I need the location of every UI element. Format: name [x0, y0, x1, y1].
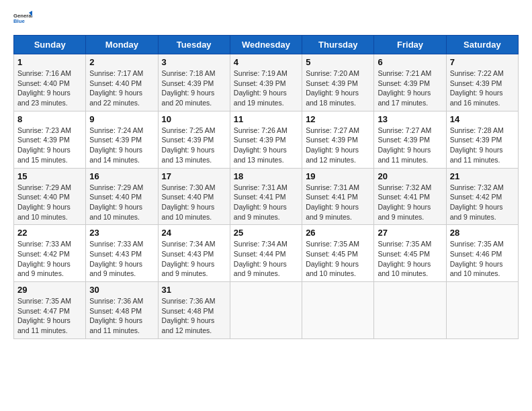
calendar-week-row: 29 Sunrise: 7:35 AM Sunset: 4:47 PM Dayl… [14, 282, 519, 339]
svg-text:General: General [13, 13, 32, 19]
daylight-label: Daylight: 9 hours and 10 minutes. [162, 203, 215, 221]
day-number: 2 [89, 57, 154, 67]
calendar-cell: 17 Sunrise: 7:30 AM Sunset: 4:40 PM Dayl… [158, 168, 230, 225]
daylight-label: Daylight: 9 hours and 20 minutes. [162, 89, 215, 107]
sunset-label: Sunset: 4:39 PM [162, 79, 214, 87]
sunset-label: Sunset: 4:40 PM [89, 79, 142, 87]
daylight-label: Daylight: 9 hours and 9 minutes. [234, 260, 287, 278]
daylight-label: Daylight: 9 hours and 12 minutes. [162, 316, 215, 334]
sunrise-label: Sunrise: 7:16 AM [17, 69, 71, 77]
day-info: Sunrise: 7:35 AM Sunset: 4:45 PM Dayligh… [378, 239, 442, 279]
sunset-label: Sunset: 4:40 PM [162, 193, 214, 201]
day-info: Sunrise: 7:33 AM Sunset: 4:42 PM Dayligh… [17, 239, 82, 279]
logo: General Blue [13, 11, 32, 30]
sunrise-label: Sunrise: 7:33 AM [89, 240, 143, 248]
sunrise-label: Sunrise: 7:31 AM [234, 183, 287, 191]
weekday-header-row: SundayMondayTuesdayWednesdayThursdayFrid… [14, 36, 519, 54]
sunset-label: Sunset: 4:45 PM [306, 250, 358, 258]
day-number: 20 [378, 171, 442, 181]
weekday-header-sunday: Sunday [14, 36, 86, 54]
day-number: 28 [450, 228, 515, 238]
sunrise-label: Sunrise: 7:31 AM [306, 183, 359, 191]
calendar-cell: 29 Sunrise: 7:35 AM Sunset: 4:47 PM Dayl… [14, 282, 86, 339]
sunset-label: Sunset: 4:48 PM [162, 307, 214, 315]
calendar-cell: 8 Sunrise: 7:23 AM Sunset: 4:39 PM Dayli… [14, 111, 86, 168]
day-number: 11 [234, 114, 298, 124]
sunrise-label: Sunrise: 7:28 AM [450, 126, 504, 134]
page-header: General Blue [13, 11, 519, 30]
sunrise-label: Sunrise: 7:25 AM [162, 126, 216, 134]
calendar-week-row: 1 Sunrise: 7:16 AM Sunset: 4:40 PM Dayli… [14, 54, 519, 111]
day-number: 12 [306, 114, 370, 124]
day-number: 31 [162, 285, 226, 295]
calendar-cell: 1 Sunrise: 7:16 AM Sunset: 4:40 PM Dayli… [14, 54, 86, 111]
day-number: 13 [378, 114, 442, 124]
calendar-cell: 5 Sunrise: 7:20 AM Sunset: 4:39 PM Dayli… [302, 54, 374, 111]
sunset-label: Sunset: 4:39 PM [234, 136, 286, 144]
day-number: 14 [450, 114, 515, 124]
day-info: Sunrise: 7:17 AM Sunset: 4:40 PM Dayligh… [89, 68, 154, 108]
calendar-week-row: 15 Sunrise: 7:29 AM Sunset: 4:40 PM Dayl… [14, 168, 519, 225]
daylight-label: Daylight: 9 hours and 11 minutes. [17, 316, 71, 334]
day-info: Sunrise: 7:27 AM Sunset: 4:39 PM Dayligh… [378, 126, 442, 165]
sunset-label: Sunset: 4:39 PM [306, 136, 358, 144]
sunrise-label: Sunrise: 7:35 AM [306, 240, 359, 248]
calendar-cell: 25 Sunrise: 7:34 AM Sunset: 4:44 PM Dayl… [230, 225, 302, 282]
day-number: 18 [234, 171, 298, 181]
day-info: Sunrise: 7:34 AM Sunset: 4:43 PM Dayligh… [162, 239, 226, 279]
calendar-cell: 24 Sunrise: 7:34 AM Sunset: 4:43 PM Dayl… [158, 225, 230, 282]
sunset-label: Sunset: 4:39 PM [162, 136, 214, 144]
day-number: 24 [162, 228, 226, 238]
calendar-cell [446, 282, 518, 339]
sunset-label: Sunset: 4:41 PM [378, 193, 430, 201]
day-info: Sunrise: 7:20 AM Sunset: 4:39 PM Dayligh… [306, 68, 370, 108]
day-info: Sunrise: 7:23 AM Sunset: 4:39 PM Dayligh… [17, 126, 82, 165]
sunset-label: Sunset: 4:46 PM [450, 250, 502, 258]
calendar-cell: 18 Sunrise: 7:31 AM Sunset: 4:41 PM Dayl… [230, 168, 302, 225]
calendar-cell: 22 Sunrise: 7:33 AM Sunset: 4:42 PM Dayl… [14, 225, 86, 282]
sunrise-label: Sunrise: 7:36 AM [89, 297, 143, 305]
day-info: Sunrise: 7:27 AM Sunset: 4:39 PM Dayligh… [306, 126, 370, 165]
day-number: 25 [234, 228, 298, 238]
sunrise-label: Sunrise: 7:19 AM [234, 69, 287, 77]
day-info: Sunrise: 7:32 AM Sunset: 4:42 PM Dayligh… [450, 183, 515, 222]
calendar-cell [230, 282, 302, 339]
sunset-label: Sunset: 4:48 PM [89, 307, 142, 315]
day-number: 15 [17, 171, 82, 181]
sunrise-label: Sunrise: 7:32 AM [378, 183, 431, 191]
day-info: Sunrise: 7:32 AM Sunset: 4:41 PM Dayligh… [378, 183, 442, 222]
day-info: Sunrise: 7:16 AM Sunset: 4:40 PM Dayligh… [17, 68, 82, 108]
day-info: Sunrise: 7:31 AM Sunset: 4:41 PM Dayligh… [234, 183, 298, 222]
sunset-label: Sunset: 4:43 PM [89, 250, 142, 258]
sunrise-label: Sunrise: 7:35 AM [17, 297, 71, 305]
sunset-label: Sunset: 4:47 PM [17, 307, 70, 315]
calendar-cell: 26 Sunrise: 7:35 AM Sunset: 4:45 PM Dayl… [302, 225, 374, 282]
sunset-label: Sunset: 4:40 PM [89, 193, 142, 201]
daylight-label: Daylight: 9 hours and 17 minutes. [378, 89, 431, 107]
calendar-week-row: 22 Sunrise: 7:33 AM Sunset: 4:42 PM Dayl… [14, 225, 519, 282]
sunrise-label: Sunrise: 7:34 AM [162, 240, 216, 248]
day-info: Sunrise: 7:21 AM Sunset: 4:39 PM Dayligh… [378, 68, 442, 108]
sunrise-label: Sunrise: 7:20 AM [306, 69, 359, 77]
sunrise-label: Sunrise: 7:30 AM [162, 183, 216, 191]
day-info: Sunrise: 7:29 AM Sunset: 4:40 PM Dayligh… [17, 183, 82, 222]
calendar-cell: 10 Sunrise: 7:25 AM Sunset: 4:39 PM Dayl… [158, 111, 230, 168]
sunrise-label: Sunrise: 7:29 AM [89, 183, 143, 191]
weekday-header-saturday: Saturday [446, 36, 518, 54]
calendar-cell: 4 Sunrise: 7:19 AM Sunset: 4:39 PM Dayli… [230, 54, 302, 111]
sunrise-label: Sunrise: 7:35 AM [450, 240, 504, 248]
daylight-label: Daylight: 9 hours and 9 minutes. [450, 203, 503, 221]
sunrise-label: Sunrise: 7:21 AM [378, 69, 431, 77]
sunrise-label: Sunrise: 7:27 AM [306, 126, 359, 134]
daylight-label: Daylight: 9 hours and 23 minutes. [17, 89, 71, 107]
calendar-cell: 9 Sunrise: 7:24 AM Sunset: 4:39 PM Dayli… [86, 111, 158, 168]
day-info: Sunrise: 7:31 AM Sunset: 4:41 PM Dayligh… [306, 183, 370, 222]
sunset-label: Sunset: 4:41 PM [234, 193, 286, 201]
day-info: Sunrise: 7:33 AM Sunset: 4:43 PM Dayligh… [89, 239, 154, 279]
daylight-label: Daylight: 9 hours and 12 minutes. [306, 146, 359, 164]
daylight-label: Daylight: 9 hours and 9 minutes. [17, 260, 71, 278]
sunset-label: Sunset: 4:44 PM [234, 250, 286, 258]
calendar-cell: 2 Sunrise: 7:17 AM Sunset: 4:40 PM Dayli… [86, 54, 158, 111]
sunrise-label: Sunrise: 7:29 AM [17, 183, 71, 191]
sunset-label: Sunset: 4:40 PM [17, 193, 70, 201]
